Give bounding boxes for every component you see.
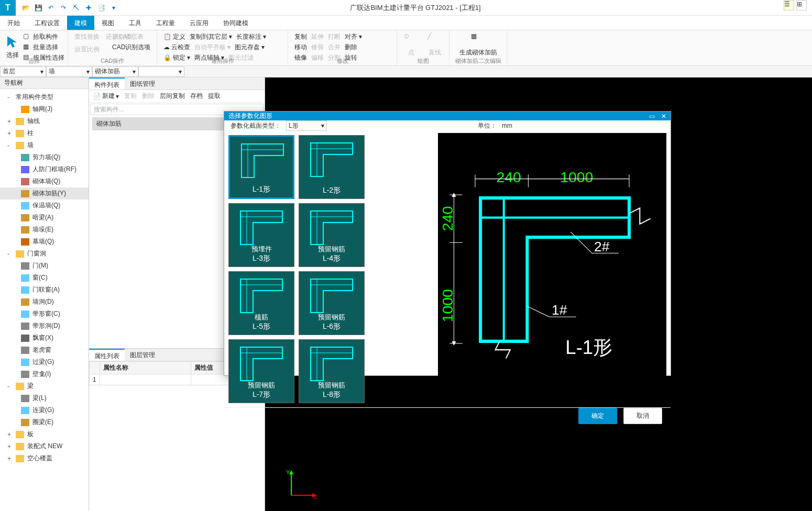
close-icon[interactable]: ✕ — [661, 113, 666, 120]
batch-select-button[interactable]: ▦批量选择 — [21, 42, 67, 52]
copy-comp-button[interactable]: 复制 — [122, 92, 139, 101]
tab-view[interactable]: 视图 — [94, 16, 122, 30]
tree-item[interactable]: 人防门框墙(RF) — [0, 163, 89, 175]
category1-select[interactable]: 墙▾ — [46, 66, 92, 77]
shape-thumb[interactable]: 预留钢筋L-4形 — [299, 203, 365, 267]
tree-item[interactable]: +柱 — [0, 127, 89, 139]
tab-properties[interactable]: 属性列表 — [89, 349, 125, 361]
tree-item[interactable]: +轴线 — [0, 115, 89, 127]
tab-quantity[interactable]: 工程量 — [149, 16, 182, 30]
length-annot-button[interactable]: 长度标注 ▾ — [234, 31, 268, 42]
shape-thumb[interactable]: 预留钢筋L-8形 — [299, 339, 365, 403]
tree-item[interactable]: 带形窗(C) — [0, 308, 89, 320]
tree-item[interactable]: 窗(C) — [0, 272, 89, 284]
shape-thumb[interactable]: 预留钢筋L-6形 — [299, 271, 365, 335]
pick-component-button[interactable]: ▢拾取构件 — [21, 31, 67, 42]
delete-comp-button[interactable]: 删除 — [140, 92, 157, 101]
expand-icon[interactable]: + — [7, 443, 13, 450]
tab-project-settings[interactable]: 工程设置 — [27, 16, 67, 30]
tab-collab[interactable]: 协同建模 — [216, 16, 256, 30]
tree-item[interactable]: 轴网(J) — [0, 103, 89, 115]
copy-layer-button[interactable]: 复制到其它层 ▾ — [188, 31, 234, 42]
move-button[interactable]: 移动 — [292, 42, 309, 52]
tree-item[interactable]: -墙 — [0, 139, 89, 151]
archive-button[interactable]: 存档 — [188, 92, 205, 101]
section-type-select[interactable]: L形▾ — [286, 120, 327, 131]
element-save-button[interactable]: 图元存盘 ▾ — [233, 42, 267, 52]
delete-button[interactable]: 删除 — [343, 42, 359, 52]
tree-item[interactable]: -梁 — [0, 380, 89, 392]
note-icon[interactable]: 📑 — [96, 3, 106, 13]
tree-item[interactable]: 暗梁(A) — [0, 212, 89, 224]
tree-item[interactable]: +装配式 NEW — [0, 440, 89, 452]
tree-item[interactable]: 飘窗(X) — [0, 332, 89, 344]
dialog-titlebar[interactable]: 选择参数化图形 ▭ ✕ — [224, 112, 671, 120]
break-button[interactable]: 打断 — [326, 31, 343, 42]
shape-thumb[interactable]: L-2形 — [299, 135, 365, 199]
expand-icon[interactable]: + — [7, 431, 13, 438]
tree-item[interactable]: 老虎窗 — [0, 344, 89, 356]
auto-level-button[interactable]: 自动平齐板 ▾ — [192, 42, 233, 52]
tab-modeling[interactable]: 建模 — [67, 16, 94, 30]
extend-button[interactable]: 延伸 — [309, 31, 326, 42]
cancel-button[interactable]: 取消 — [623, 408, 662, 424]
merge-button[interactable]: 合并 — [326, 42, 343, 52]
tab-start[interactable]: 开始 — [0, 16, 27, 30]
shape-thumb[interactable]: L-1形 — [228, 135, 294, 199]
line-button[interactable]: ╱直线 — [425, 31, 445, 58]
tree-item[interactable]: 壁龛(I) — [0, 368, 89, 380]
tree-root[interactable]: -常用构件类型 — [0, 91, 89, 103]
minimize-icon[interactable]: ▭ — [649, 113, 655, 120]
expand-icon[interactable]: + — [7, 130, 13, 137]
tree-item[interactable]: 梁(L) — [0, 392, 89, 404]
tree-item[interactable]: -门窗洞 — [0, 248, 89, 260]
tab-layer-manage[interactable]: 图层管理 — [125, 349, 160, 361]
tree-item[interactable]: +空心楼盖 — [0, 452, 89, 464]
expand-icon[interactable]: - — [7, 250, 13, 258]
save-icon[interactable]: 💾 — [34, 3, 43, 13]
shape-preview[interactable]: 240 1000 240 1000 1# — [438, 133, 666, 405]
tree-item[interactable]: 墙洞(D) — [0, 296, 89, 308]
tab-cloud[interactable]: 云应用 — [182, 16, 216, 30]
list-view-icon[interactable]: ☰ — [784, 0, 794, 10]
tool-icon[interactable]: ⛏ — [71, 3, 81, 13]
tree-item[interactable]: 墙垛(E) — [0, 224, 89, 236]
trim-button[interactable]: 修剪 — [309, 42, 326, 52]
extract-button[interactable]: 提取 — [206, 92, 223, 101]
tree-item[interactable]: 连梁(G) — [0, 404, 89, 416]
tree-item[interactable]: 保温墙(Q) — [0, 199, 89, 212]
define-button[interactable]: 📋 定义 — [161, 31, 188, 42]
tree-item[interactable]: 门联窗(A) — [0, 284, 89, 296]
empty-select[interactable]: ▾ — [138, 66, 184, 77]
tree-item[interactable]: 圈梁(E) — [0, 416, 89, 428]
tree-item[interactable]: 门(M) — [0, 260, 89, 272]
redo-icon[interactable]: ↷ — [59, 3, 68, 13]
open-icon[interactable]: 📂 — [21, 3, 30, 13]
tree-item[interactable]: 砌体加筋(Y) — [0, 187, 89, 199]
ok-button[interactable]: 确定 — [578, 408, 617, 424]
tree-item[interactable]: 砌体墙(Q) — [0, 175, 89, 187]
tree-item[interactable]: +板 — [0, 428, 89, 440]
set-scale-button[interactable]: 设置比例 — [72, 44, 102, 54]
tab-drawing-manage[interactable]: 图纸管理 — [125, 77, 160, 90]
new-button[interactable]: 📄新建 ▾ — [91, 92, 121, 101]
shape-thumb[interactable]: 植筋L-5形 — [228, 271, 294, 335]
cad-options-button[interactable]: CAD识别选项 — [110, 42, 152, 52]
tree-view-icon[interactable]: ⊞ — [796, 0, 807, 10]
tree-item[interactable]: 过梁(G) — [0, 356, 89, 368]
find-replace-button[interactable]: 查找替换 — [72, 31, 102, 42]
expand-icon[interactable]: + — [7, 118, 13, 125]
layer-copy-button[interactable]: 层间复制 — [158, 92, 187, 101]
undo-icon[interactable]: ↶ — [46, 3, 56, 13]
align-button[interactable]: 对齐 ▾ — [343, 31, 364, 42]
tree-item[interactable]: 带形洞(D) — [0, 320, 89, 332]
expand-icon[interactable]: - — [7, 383, 13, 390]
copy-button[interactable]: 复制 — [292, 31, 309, 42]
tab-tools[interactable]: 工具 — [122, 16, 149, 30]
point-button[interactable]: ⊙点 — [401, 31, 421, 58]
shape-thumb[interactable]: 预留钢筋L-7形 — [228, 339, 294, 403]
expand-icon[interactable]: + — [7, 455, 13, 462]
cloud-check-button[interactable]: ☁ 云检查 — [161, 42, 192, 52]
identify-floors-button[interactable]: 识别楼层表 — [110, 31, 152, 42]
tab-component-list[interactable]: 构件列表 — [89, 77, 125, 90]
